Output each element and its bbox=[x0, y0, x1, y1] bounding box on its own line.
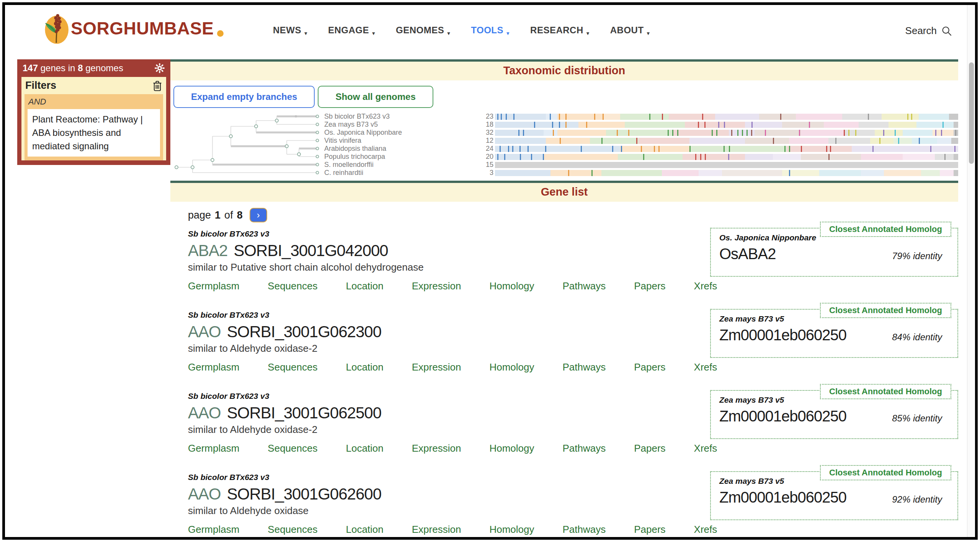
gene-link-pathways[interactable]: Pathways bbox=[562, 442, 606, 454]
homolog-row: Zm00001eb06025084% identity bbox=[719, 327, 949, 344]
gene-tick bbox=[930, 146, 931, 152]
species-label[interactable]: Vitis vinifera bbox=[324, 137, 480, 145]
chromosome-segment bbox=[796, 114, 842, 120]
gene-link-location[interactable]: Location bbox=[346, 442, 383, 454]
gene-link-germplasm[interactable]: Germplasm bbox=[188, 280, 239, 292]
gene-link-sequences[interactable]: Sequences bbox=[268, 280, 317, 292]
gene-link-xrefs[interactable]: Xrefs bbox=[694, 280, 717, 292]
gene-link-homology[interactable]: Homology bbox=[489, 280, 534, 292]
show-all-genomes-button[interactable]: Show all genomes bbox=[318, 86, 433, 108]
gene-symbol[interactable]: ABA2 bbox=[188, 242, 227, 260]
homolog-gene-name[interactable]: Zm00001eb060250 bbox=[719, 327, 846, 344]
gene-link-germplasm[interactable]: Germplasm bbox=[188, 442, 239, 454]
gene-symbol[interactable]: AAO bbox=[188, 323, 221, 341]
gene-symbol[interactable]: AAO bbox=[188, 404, 221, 422]
gene-link-expression[interactable]: Expression bbox=[412, 524, 461, 535]
gene-link-papers[interactable]: Papers bbox=[634, 524, 665, 535]
gene-tick bbox=[617, 130, 618, 136]
genome-distribution-bar[interactable] bbox=[495, 154, 958, 160]
gene-link-xrefs[interactable]: Xrefs bbox=[694, 524, 717, 535]
gene-link-germplasm[interactable]: Germplasm bbox=[188, 524, 239, 535]
nav-item-genomes[interactable]: GENOMES▾ bbox=[396, 25, 450, 37]
nav-item-tools[interactable]: TOOLS▾ bbox=[471, 25, 510, 37]
vertical-scrollbar[interactable] bbox=[967, 5, 975, 537]
gear-icon[interactable] bbox=[154, 63, 165, 73]
gene-link-expression[interactable]: Expression bbox=[412, 361, 461, 373]
species-label[interactable]: Zea mays B73 v5 bbox=[324, 121, 480, 129]
nav-label: TOOLS bbox=[471, 25, 503, 36]
gene-link-homology[interactable]: Homology bbox=[489, 361, 534, 373]
species-label[interactable]: Os. Japonica Nipponbare bbox=[324, 129, 480, 137]
tree-controls: Expand empty branches Show all genomes bbox=[173, 86, 958, 108]
nav-item-engage[interactable]: ENGAGE▾ bbox=[328, 25, 375, 37]
gene-link-germplasm[interactable]: Germplasm bbox=[188, 361, 239, 373]
next-page-button[interactable]: › bbox=[250, 208, 267, 222]
gene-link-pathways[interactable]: Pathways bbox=[562, 361, 606, 373]
gene-link-papers[interactable]: Papers bbox=[634, 280, 665, 292]
species-gene-count: 20 bbox=[480, 153, 495, 161]
species-label[interactable]: Arabidopsis thaliana bbox=[324, 145, 480, 153]
chromosome-segment bbox=[546, 138, 590, 144]
chromosome-segment bbox=[819, 170, 861, 176]
gene-link-xrefs[interactable]: Xrefs bbox=[694, 442, 717, 454]
chromosome-segment bbox=[557, 130, 606, 136]
nav-item-news[interactable]: NEWS▾ bbox=[273, 25, 307, 37]
gene-link-expression[interactable]: Expression bbox=[412, 442, 461, 454]
gene-tick bbox=[565, 114, 567, 120]
gene-tick bbox=[716, 130, 717, 136]
expand-empty-branches-button[interactable]: Expand empty branches bbox=[173, 86, 315, 108]
genome-distribution-bar[interactable] bbox=[495, 146, 958, 152]
gene-symbol[interactable]: AAO bbox=[188, 485, 221, 503]
genome-distribution-bar[interactable] bbox=[495, 138, 958, 144]
nav-item-research[interactable]: RESEARCH▾ bbox=[530, 25, 590, 37]
species-label[interactable]: C. reinhardtii bbox=[324, 169, 480, 177]
gene-link-location[interactable]: Location bbox=[346, 280, 383, 292]
search-control[interactable]: Search bbox=[905, 25, 952, 37]
chromosome-segment bbox=[861, 170, 884, 176]
chromosome-segment bbox=[745, 138, 789, 144]
gene-tick bbox=[512, 146, 513, 152]
gene-link-homology[interactable]: Homology bbox=[489, 442, 534, 454]
gene-link-homology[interactable]: Homology bbox=[489, 524, 534, 535]
genome-distribution-bar[interactable] bbox=[495, 162, 958, 168]
gene-tick bbox=[844, 130, 845, 136]
genome-distribution-bar[interactable] bbox=[495, 114, 958, 120]
gene-link-papers[interactable]: Papers bbox=[634, 361, 665, 373]
genome-distribution-bar[interactable] bbox=[495, 170, 958, 176]
species-label[interactable]: Populus trichocarpa bbox=[324, 153, 480, 161]
gene-link-location[interactable]: Location bbox=[346, 361, 383, 373]
gene-link-pathways[interactable]: Pathways bbox=[562, 280, 606, 292]
species-label[interactable]: S. moellendorffii bbox=[324, 161, 480, 169]
gene-link-sequences[interactable]: Sequences bbox=[268, 524, 317, 535]
gene-link-expression[interactable]: Expression bbox=[412, 280, 461, 292]
nav-item-about[interactable]: ABOUT▾ bbox=[610, 25, 650, 37]
chromosome-segment bbox=[578, 122, 625, 128]
chromosome-segment bbox=[759, 114, 796, 120]
taxonomy-row: Populus trichocarpa20 bbox=[324, 153, 958, 161]
homolog-gene-name[interactable]: Zm00001eb060250 bbox=[719, 408, 846, 425]
species-gene-count: 3 bbox=[480, 169, 495, 177]
scrollbar-thumb[interactable] bbox=[969, 62, 974, 164]
sorghumbase-logo[interactable]: SORGHUMBASE bbox=[42, 12, 224, 45]
trash-icon[interactable] bbox=[152, 80, 162, 91]
gene-tick bbox=[944, 154, 946, 160]
chromosome-segment bbox=[689, 146, 787, 152]
gene-link-location[interactable]: Location bbox=[346, 524, 383, 535]
chromosome-segment bbox=[801, 154, 861, 160]
gene-link-sequences[interactable]: Sequences bbox=[268, 442, 317, 454]
gene-link-sequences[interactable]: Sequences bbox=[268, 361, 317, 373]
gene-tick bbox=[704, 122, 706, 128]
species-label[interactable]: Sb bicolor BTx623 v3 bbox=[324, 113, 480, 121]
chromosome-segment bbox=[550, 170, 601, 176]
homolog-gene-name[interactable]: OsABA2 bbox=[719, 245, 776, 263]
gene-tick bbox=[718, 122, 719, 128]
gene-tick bbox=[612, 146, 613, 152]
gene-link-xrefs[interactable]: Xrefs bbox=[694, 361, 717, 373]
gene-link-papers[interactable]: Papers bbox=[634, 442, 665, 454]
gene-link-pathways[interactable]: Pathways bbox=[562, 524, 606, 535]
genome-distribution-bar[interactable] bbox=[495, 122, 958, 128]
active-filter-chip[interactable]: Plant Reactome: Pathway | ABA biosynthes… bbox=[28, 109, 160, 157]
homolog-gene-name[interactable]: Zm00001eb060250 bbox=[719, 489, 846, 506]
genome-distribution-bar[interactable] bbox=[495, 130, 958, 136]
result-summary-text: 147 genes in 8 genomes bbox=[23, 63, 123, 73]
